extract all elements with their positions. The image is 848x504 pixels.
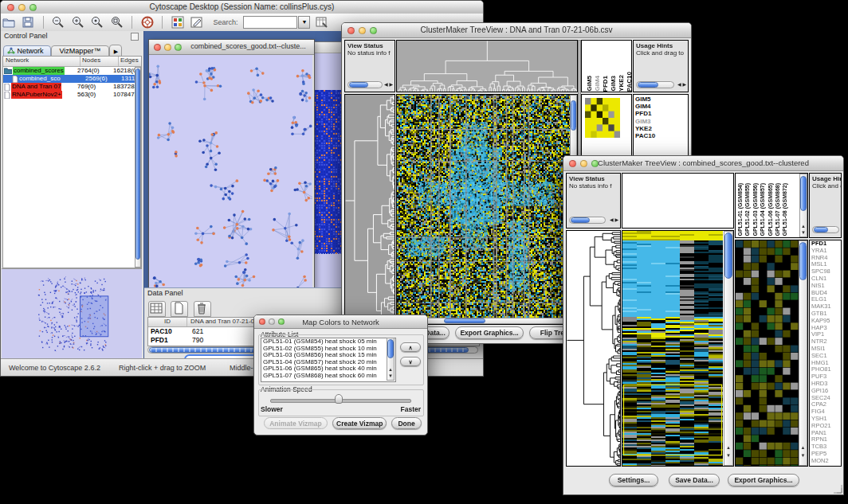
zoom-heatmap-canvas[interactable] — [736, 240, 799, 466]
mini-heatmap[interactable] — [585, 98, 620, 138]
row-label[interactable]: GIM4 — [634, 103, 688, 110]
heatmap-canvas[interactable] — [397, 95, 577, 324]
row-dendrogram-pane[interactable] — [566, 230, 621, 467]
column-dendrogram-pane[interactable] — [396, 40, 578, 92]
column-dendrogram[interactable] — [397, 41, 577, 92]
zoom-heatmap-pane[interactable]: ▲ ▼ — [735, 240, 808, 467]
scrollbar-thumb[interactable] — [444, 318, 485, 323]
scroll-down-arrow[interactable]: ▼ — [799, 453, 807, 459]
zoom-fit-icon[interactable] — [110, 15, 124, 29]
vizmapper-palette-icon[interactable] — [171, 15, 185, 29]
scrollbar-thumb[interactable] — [799, 242, 807, 280]
scroll-arrows[interactable]: ◀ ▶ — [384, 81, 393, 88]
move-down-button[interactable]: ∨ — [400, 357, 421, 366]
column-label: GPL51-01 (GSM854) — [737, 183, 744, 236]
open-network-icon[interactable] — [2, 15, 16, 29]
search-input[interactable] — [243, 16, 297, 29]
save-data-button[interactable]: Save Data... — [669, 474, 720, 486]
scroll-down-arrow[interactable]: ▼ — [724, 453, 732, 459]
gene-label[interactable]: MON2 — [810, 458, 841, 465]
resize-grip[interactable] — [833, 484, 842, 494]
heatmap-pane[interactable] — [396, 94, 578, 325]
close-button[interactable] — [154, 44, 161, 51]
scroll-up-arrow[interactable]: ▲ — [724, 445, 732, 451]
row-dendrogram-pane[interactable] — [344, 94, 395, 325]
float-panel-icon[interactable] — [131, 33, 139, 41]
zoom-out-icon[interactable] — [51, 15, 65, 29]
heatmap-vscrollbar[interactable]: ▲ ▼ — [724, 231, 733, 466]
scrollbar-thumb[interactable] — [349, 82, 368, 88]
export-graphics-button[interactable]: Export Graphics... — [455, 326, 524, 339]
attribute-select-icon[interactable] — [148, 301, 166, 317]
network-table-header[interactable]: Network Nodes Edges — [3, 57, 141, 67]
zoom-button[interactable] — [175, 44, 182, 51]
network-row-dna[interactable]: DNA and Tran 07 769(0) 183728(0) — [3, 83, 141, 91]
col-id[interactable]: ID — [148, 318, 187, 326]
row-dendrogram[interactable] — [567, 231, 620, 466]
network-canvas[interactable] — [149, 55, 312, 295]
dialog-titlebar[interactable]: Map Colors to Network — [254, 315, 427, 329]
settings-button[interactable]: Settings... — [609, 474, 658, 486]
usage-hints-scrollbar[interactable] — [636, 81, 674, 88]
labels-scrollbar[interactable]: ▲ ▼ — [799, 174, 807, 237]
create-vizmap-button[interactable]: Create Vizmap — [332, 417, 387, 429]
scrollbar-thumb[interactable] — [571, 100, 576, 131]
col-network[interactable]: Network — [3, 57, 80, 66]
row-label[interactable]: GIM5 — [634, 96, 688, 103]
annotation-icon[interactable] — [190, 15, 204, 29]
cytoscape-titlebar[interactable]: Cytoscape Desktop (Session Name: collins… — [1, 1, 483, 14]
heatmap-pane[interactable]: ▲ ▼ — [622, 230, 734, 467]
scrollbar-thumb[interactable] — [135, 68, 140, 260]
row-label[interactable]: YKE2 — [634, 125, 688, 132]
speed-slider-thumb[interactable] — [335, 394, 343, 404]
scrollbar-thumb[interactable] — [387, 339, 394, 358]
zoom-vscrollbar[interactable]: ▲ ▼ — [799, 240, 807, 466]
export-graphics-button[interactable]: Export Graphics... — [728, 474, 799, 486]
col-edges[interactable]: Edges — [119, 57, 141, 66]
birdseye-view[interactable] — [2, 268, 142, 359]
delete-attribute-icon[interactable] — [194, 301, 211, 317]
attribute-browser-icon[interactable] — [315, 15, 329, 29]
network-row-combined-scores[interactable]: combined_scores 2764(0) 16218(0) — [3, 67, 141, 75]
scrollbar-thumb[interactable] — [800, 176, 807, 211]
scrollbar-thumb[interactable] — [814, 227, 828, 232]
scroll-up-arrow[interactable]: ▲ — [800, 224, 807, 229]
scrollbar-thumb[interactable] — [638, 82, 658, 88]
row-dendrogram[interactable] — [345, 95, 395, 324]
search-dropdown-button[interactable]: ▼ — [298, 16, 310, 29]
network-row-rna[interactable]: RNAPuberNov2+ 563(0) 107847(0) — [3, 91, 141, 99]
treeview-dna-titlebar[interactable]: ClusterMaker TreeView : DNA and Tran 07-… — [342, 23, 691, 38]
minimize-button[interactable] — [164, 44, 171, 51]
network-view-titlebar[interactable]: combined_scores_good.txt--cluste... — [149, 40, 314, 55]
help-lifering-icon[interactable] — [140, 15, 155, 29]
scroll-arrows[interactable]: ◀ ▶ — [677, 81, 686, 88]
network-table-scrollbar[interactable] — [135, 67, 141, 268]
network-row-selected[interactable]: combined_sco 2569(6) 13112(15) — [3, 75, 141, 83]
attribute-item[interactable]: GPL51-07 (GSM868) heat shock 60 min — [261, 373, 395, 380]
scroll-up-arrow[interactable]: ▲ — [387, 367, 394, 373]
heatmap-canvas[interactable] — [622, 231, 723, 466]
scroll-arrows[interactable]: ◀ ▶ — [610, 217, 618, 224]
scroll-down-arrow[interactable]: ▼ — [800, 230, 807, 236]
done-button[interactable]: Done — [391, 417, 422, 429]
view-status-scrollbar[interactable] — [347, 81, 383, 88]
col-nodes[interactable]: Nodes — [80, 57, 119, 66]
move-up-button[interactable]: ∧ — [400, 342, 421, 352]
save-session-icon[interactable] — [21, 15, 35, 29]
scroll-up-arrow[interactable]: ▲ — [799, 445, 807, 451]
row-label[interactable]: PFD1 — [634, 110, 688, 117]
scrollbar-thumb[interactable] — [724, 232, 732, 279]
view-status-scrollbar[interactable] — [569, 217, 606, 224]
usage-hints-scrollbar[interactable] — [812, 226, 839, 233]
tab-network-label: Network — [18, 47, 44, 55]
zoom-selected-icon[interactable] — [90, 15, 104, 29]
row-label[interactable]: GIM3 — [634, 118, 688, 125]
scrollbar-thumb[interactable] — [571, 217, 590, 223]
row-label[interactable]: PAC10 — [634, 132, 688, 139]
new-attribute-icon[interactable] — [171, 301, 188, 317]
desktop: Cytoscape Desktop (Session Name: collins… — [0, 0, 848, 504]
treeview-combined-titlebar[interactable]: ClusterMaker TreeView : combined_scores_… — [563, 156, 843, 171]
scroll-down-arrow[interactable]: ▼ — [387, 373, 394, 379]
attribute-list-scrollbar[interactable]: ▲ ▼ — [387, 338, 395, 381]
zoom-in-icon[interactable] — [71, 15, 85, 29]
